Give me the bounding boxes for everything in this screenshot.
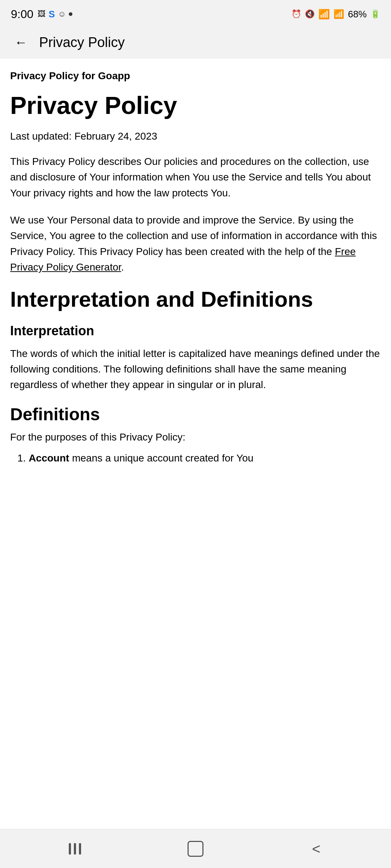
mute-icon: 🔇 <box>305 9 315 19</box>
account-bold: Account <box>29 452 69 464</box>
alarm-icon: ⏰ <box>291 9 301 19</box>
photo-icon: 🖼 <box>38 9 46 19</box>
back-chevron-icon: < <box>312 842 320 856</box>
status-time: 9:00 <box>11 8 33 21</box>
nav-bar: ← Privacy Policy <box>0 26 391 59</box>
status-bar: 9:00 🖼 S ☺ ⏰ 🔇 📶 📶 68% 🔋 <box>0 0 391 26</box>
section-main-title: Interpretation and Definitions <box>10 287 381 312</box>
signal-icon: 📶 <box>333 9 344 19</box>
battery-icon: 🔋 <box>370 9 380 19</box>
status-bar-left: 9:00 🖼 S ☺ <box>11 8 72 21</box>
home-icon <box>188 841 203 857</box>
intro-paragraph-1: This Privacy Policy describes Our polici… <box>10 154 381 201</box>
back-nav-button[interactable]: < <box>302 838 331 860</box>
notification-dot <box>69 12 72 16</box>
definitions-title: Definitions <box>10 404 381 424</box>
home-button[interactable] <box>181 838 210 860</box>
back-button[interactable]: ← <box>10 31 32 53</box>
status-bar-right: ⏰ 🔇 📶 📶 68% 🔋 <box>291 9 380 20</box>
policy-main-title: Privacy Policy <box>10 92 381 119</box>
s-icon: S <box>49 9 55 20</box>
nav-line-1 <box>69 843 71 855</box>
account-text: means a unique account created for You <box>69 452 253 464</box>
profile-icon: ☺ <box>58 9 66 19</box>
content-area: Privacy Policy for Goapp Privacy Policy … <box>0 59 391 829</box>
back-arrow-icon: ← <box>14 36 28 49</box>
interpretation-text: The words of which the initial letter is… <box>10 346 381 393</box>
definitions-intro: For the purposes of this Privacy Policy: <box>10 431 381 443</box>
last-updated: Last updated: February 24, 2023 <box>10 131 381 142</box>
policy-subtitle: Privacy Policy for Goapp <box>10 70 381 82</box>
bottom-nav: < <box>0 829 391 868</box>
list-item-account: 1. Account means a unique account create… <box>10 450 381 466</box>
nav-line-2 <box>74 843 76 855</box>
battery-percentage: 68% <box>348 9 367 20</box>
recent-apps-icon <box>69 843 81 855</box>
wifi-icon: 📶 <box>318 9 330 20</box>
list-number: 1. <box>17 452 29 464</box>
nav-line-3 <box>79 843 81 855</box>
intro2-text-part1: We use Your Personal data to provide and… <box>10 214 377 257</box>
page-title: Privacy Policy <box>39 35 125 50</box>
status-icons: 🖼 S ☺ <box>38 9 72 20</box>
intro-paragraph-2: We use Your Personal data to provide and… <box>10 212 381 275</box>
intro2-text-part2: . <box>121 261 124 273</box>
interpretation-title: Interpretation <box>10 323 381 339</box>
recent-apps-button[interactable] <box>60 838 89 860</box>
